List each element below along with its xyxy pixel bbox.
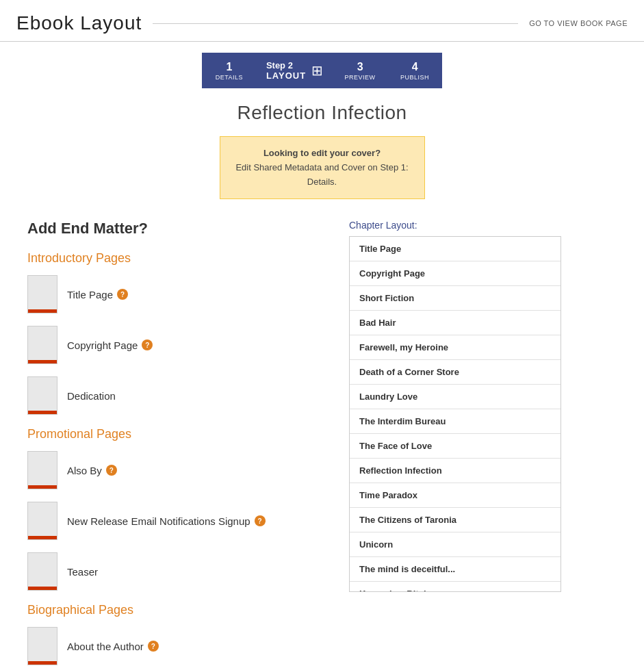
right-panel: Chapter Layout: Title PageCopyright Page… xyxy=(349,220,617,668)
chapter-item: The Face of Love xyxy=(350,434,561,459)
chapter-item: The Citizens of Taronia xyxy=(350,508,561,532)
chapter-item: Time Paradox xyxy=(350,483,561,508)
list-item: Dedication xyxy=(27,376,329,415)
also-by-help-icon[interactable]: ? xyxy=(106,465,117,476)
title-page-help-icon[interactable]: ? xyxy=(117,289,128,300)
promotional-pages-heading: Promotional Pages xyxy=(27,427,329,441)
list-item: New Release Email Notifications Signup ? xyxy=(27,502,329,540)
header-divider xyxy=(153,23,518,24)
step-2-label: LAYOUT xyxy=(266,70,306,81)
book-title: Reflection Infection xyxy=(0,102,644,124)
title-page-thumbnail xyxy=(27,275,57,313)
copyright-page-label: Copyright Page ? xyxy=(67,339,153,351)
step-2-num: Step 2 xyxy=(266,60,293,71)
layout-icon: ⊞ xyxy=(311,62,323,79)
page-title: Ebook Layout xyxy=(16,12,142,34)
step-2-text: Step 2 LAYOUT xyxy=(266,60,306,81)
step-4[interactable]: 4 PUBLISH xyxy=(387,53,442,88)
chapter-item: Karma is a Bitch xyxy=(350,582,561,592)
also-by-label: Also By ? xyxy=(67,465,117,476)
step-4-num: 4 xyxy=(412,60,418,73)
about-author-thumbnail xyxy=(27,627,57,665)
chapter-item: The mind is deceitful... xyxy=(350,557,561,582)
cover-notice-bold: Looking to edit your cover? xyxy=(263,148,381,158)
copyright-page-thumbnail xyxy=(27,326,57,364)
biographical-pages-heading: Biographical Pages xyxy=(27,603,329,617)
step-4-label: PUBLISH xyxy=(400,74,429,81)
about-author-label: About the Author ? xyxy=(67,641,159,652)
introductory-pages-heading: Introductory Pages xyxy=(27,251,329,266)
step-1[interactable]: 1 DETAILS xyxy=(202,53,257,88)
teaser-thumbnail xyxy=(27,552,57,591)
chapter-item: Short Fiction xyxy=(350,286,561,311)
view-book-link[interactable]: GO TO VIEW BOOK PAGE xyxy=(529,19,628,27)
add-end-matter-title: Add End Matter? xyxy=(27,220,329,237)
new-release-help-icon[interactable]: ? xyxy=(255,515,266,526)
step-3-label: PREVIEW xyxy=(345,74,376,81)
about-author-help-icon[interactable]: ? xyxy=(148,641,159,652)
chapter-item: The Interdim Bureau xyxy=(350,409,561,434)
also-by-thumbnail xyxy=(27,451,57,489)
list-item: Also By ? xyxy=(27,451,329,489)
steps-bar: 1 DETAILS Step 2 LAYOUT ⊞ 3 PREVIEW 4 PU… xyxy=(0,42,644,102)
teaser-label: Teaser xyxy=(67,566,98,578)
step-1-label: DETAILS xyxy=(216,74,243,81)
chapter-item: Copyright Page xyxy=(350,261,561,286)
new-release-label: New Release Email Notifications Signup ? xyxy=(67,515,266,527)
main-content: Add End Matter? Introductory Pages Title… xyxy=(0,220,644,668)
left-panel: Add End Matter? Introductory Pages Title… xyxy=(27,220,329,668)
copyright-page-help-icon[interactable]: ? xyxy=(142,339,153,350)
step-2[interactable]: Step 2 LAYOUT ⊞ xyxy=(257,53,333,88)
page-header: Ebook Layout GO TO VIEW BOOK PAGE xyxy=(0,0,644,42)
chapter-item: Reflection Infection xyxy=(350,459,561,483)
dedication-thumbnail xyxy=(27,376,57,415)
step-3[interactable]: 3 PREVIEW xyxy=(333,53,387,88)
list-item: Title Page ? xyxy=(27,275,329,313)
chapter-item: Death of a Corner Store xyxy=(350,360,561,385)
list-item: Copyright Page ? xyxy=(27,326,329,364)
cover-notice-body: Edit Shared Metadata and Cover on Step 1… xyxy=(235,162,408,187)
chapter-layout-label: Chapter Layout: xyxy=(349,220,617,231)
title-page-label: Title Page ? xyxy=(67,289,128,300)
step-3-num: 3 xyxy=(357,60,363,73)
chapter-item: Title Page xyxy=(350,237,561,261)
list-item: About the Author ? xyxy=(27,627,329,665)
list-item: Teaser xyxy=(27,552,329,591)
chapter-item: Laundry Love xyxy=(350,385,561,409)
chapter-item: Bad Hair xyxy=(350,311,561,335)
chapter-list[interactable]: Title PageCopyright PageShort FictionBad… xyxy=(349,236,561,592)
dedication-label: Dedication xyxy=(67,390,116,402)
chapter-item: Farewell, my Heroine xyxy=(350,335,561,360)
chapter-item: Unicorn xyxy=(350,532,561,557)
cover-notice: Looking to edit your cover? Edit Shared … xyxy=(220,136,425,199)
new-release-thumbnail xyxy=(27,502,57,540)
step-1-num: 1 xyxy=(226,60,232,73)
